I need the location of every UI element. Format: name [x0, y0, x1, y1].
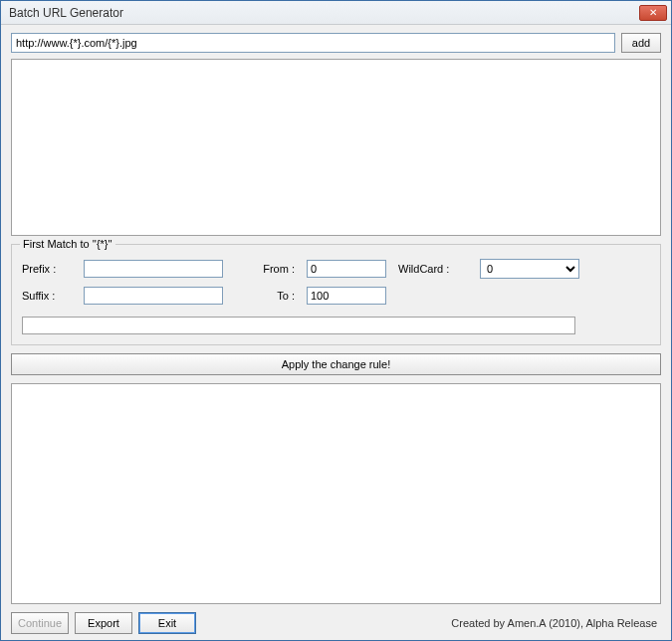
apply-button[interactable]: Apply the change rule!	[11, 353, 661, 375]
from-input[interactable]	[307, 260, 386, 278]
output-box[interactable]	[11, 383, 661, 604]
to-input[interactable]	[307, 287, 386, 305]
field-grid: Prefix : From : WildCard : 0 Suffix : To…	[22, 259, 650, 305]
continue-button: Continue	[11, 612, 69, 634]
prefix-input[interactable]	[84, 260, 223, 278]
titlebar: Batch URL Generator ✕	[1, 1, 671, 25]
url-row: add	[11, 33, 661, 53]
wildcard-label: WildCard :	[398, 263, 468, 275]
exit-button[interactable]: Exit	[138, 612, 196, 634]
credit-text: Created by Amen.A (2010), Alpha Release	[202, 617, 661, 629]
wildcard-select[interactable]: 0	[480, 259, 579, 279]
client-area: add First Match to ''{*}'' Prefix : From…	[1, 25, 671, 640]
close-icon: ✕	[649, 7, 657, 18]
app-window: Batch URL Generator ✕ add First Match to…	[0, 0, 672, 641]
suffix-label: Suffix :	[22, 290, 72, 302]
fieldset-legend: First Match to ''{*}''	[20, 238, 115, 250]
close-button[interactable]: ✕	[639, 5, 667, 21]
suffix-input[interactable]	[84, 287, 223, 305]
export-button[interactable]: Export	[75, 612, 132, 634]
prefix-label: Prefix :	[22, 263, 72, 275]
add-button[interactable]: add	[621, 33, 661, 53]
to-label: To :	[235, 290, 295, 302]
preview-input[interactable]	[22, 317, 575, 334]
footer-row: Continue Export Exit Created by Amen.A (…	[11, 612, 661, 634]
window-title: Batch URL Generator	[9, 6, 639, 20]
from-label: From :	[235, 263, 295, 275]
url-list-box[interactable]	[11, 59, 661, 236]
url-input[interactable]	[11, 33, 615, 53]
match-fieldset: First Match to ''{*}'' Prefix : From : W…	[11, 244, 661, 345]
